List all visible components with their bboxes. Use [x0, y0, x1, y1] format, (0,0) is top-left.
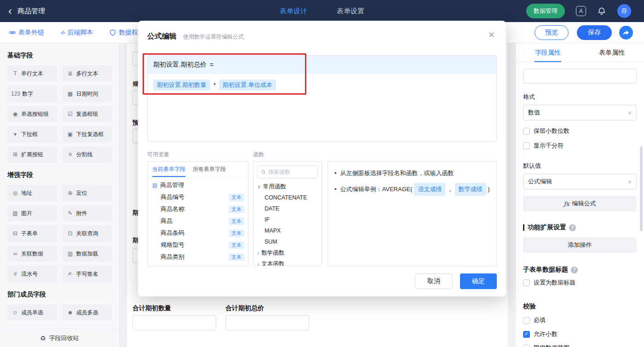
member-single-icon: ☺ — [11, 309, 19, 316]
example-separator: ， — [447, 186, 453, 193]
variable-row[interactable]: 商品文本 — [148, 215, 248, 227]
field-item-subform[interactable]: ⊟子表单 — [7, 225, 57, 242]
field-item-address[interactable]: ◎地址 — [7, 185, 57, 201]
variable-row[interactable]: 商品条码文本 — [148, 227, 248, 239]
tab-form-properties[interactable]: 表单属性 — [580, 43, 644, 62]
cancel-button[interactable]: 取消 — [415, 273, 453, 289]
field-item-image[interactable]: ▧图片 — [7, 205, 57, 222]
checkbox-keep-decimals[interactable]: 保留小数位数 — [523, 127, 637, 135]
field-title-input[interactable] — [523, 69, 637, 84]
variable-row[interactable]: 规格型号文本 — [148, 239, 248, 251]
field-recycle-bin[interactable]: ♻ 字段回收站 — [0, 329, 119, 347]
field-item-data-load[interactable]: ▥数据加载 — [63, 245, 112, 262]
function-item[interactable]: DATE — [253, 203, 322, 214]
checkbox-thousand-separator[interactable]: 显示千分符 — [523, 142, 637, 150]
field-item-linked-query[interactable]: ⊡关联查询 — [63, 225, 112, 242]
checkbox[interactable] — [523, 279, 530, 286]
checkbox[interactable] — [523, 128, 530, 135]
default-value-select[interactable]: 公式编辑 — [523, 174, 637, 189]
preview-button[interactable]: 预览 — [535, 25, 569, 40]
field-item-member-single[interactable]: ☺成员单选 — [7, 304, 57, 321]
field-item-label: 分割线 — [76, 151, 93, 159]
variable-row[interactable]: 商品编号文本 — [148, 191, 248, 203]
help-icon[interactable] — [569, 224, 576, 231]
add-action-button[interactable]: 添加操作 — [523, 237, 637, 253]
checkbox-checked[interactable] — [523, 331, 530, 338]
checkbox-label: 保留小数位数 — [534, 127, 569, 135]
checkbox-required[interactable]: 必填 — [523, 316, 637, 324]
bell-icon[interactable] — [597, 6, 606, 16]
field-item-member-multi[interactable]: ☻成员多选 — [63, 304, 112, 321]
field-item-attachment[interactable]: ✎附件 — [63, 205, 112, 222]
format-select[interactable]: 数值 — [523, 105, 637, 120]
function-group-common[interactable]: 常用函数 — [253, 181, 322, 192]
variable-row[interactable]: 商品名称文本 — [148, 203, 248, 215]
field-item-dropdown[interactable]: ▾下拉框 — [7, 126, 57, 142]
field-item-linked-data[interactable]: ∞关联数据 — [7, 245, 57, 262]
total-initial-price-input[interactable] — [225, 315, 309, 330]
tab-form-settings[interactable]: 表单设置 — [337, 7, 364, 16]
field-item-location[interactable]: ⊕定位 — [63, 185, 112, 201]
field-item-multi-line-text[interactable]: ≣多行文本 — [63, 65, 112, 82]
field-item-single-line-text[interactable]: T单行文本 — [7, 65, 57, 82]
share-button[interactable] — [619, 26, 633, 40]
properties-tabs: 字段属性 表单属性 — [516, 43, 644, 63]
variable-type-tag: 文本 — [229, 229, 244, 237]
field-item-number[interactable]: 123数字 — [7, 85, 57, 102]
signature-icon: ✍ — [66, 271, 75, 277]
field-item-label: 复选框组 — [76, 110, 98, 118]
checkbox[interactable] — [523, 317, 530, 324]
tab-field-properties[interactable]: 字段属性 — [516, 43, 580, 62]
field-item-dropdown-multi[interactable]: ▣下拉复选框 — [63, 126, 112, 142]
formula-editor[interactable]: 期初设置.期初总价 = 期初设置.期初数量 * 期初设置.单位成本 — [147, 55, 497, 142]
data-manage-button[interactable]: 数据管理 — [526, 4, 565, 18]
field-item-label: 成员多选 — [76, 309, 98, 317]
function-search-input[interactable] — [268, 169, 314, 175]
edit-formula-button[interactable]: ƒx 编辑公式 — [523, 196, 637, 211]
field-item-signature[interactable]: ✍手写签名 — [63, 266, 112, 282]
function-item[interactable]: CONCATENATE — [253, 192, 322, 203]
checkbox-limit-range[interactable]: 限定数值范围 — [523, 344, 637, 347]
function-group-text[interactable]: 文本函数 — [253, 258, 322, 266]
help-icon[interactable] — [571, 267, 578, 273]
avatar[interactable]: 存 — [617, 4, 631, 18]
bullet-icon — [334, 186, 340, 193]
back-icon[interactable]: ‹ — [8, 6, 12, 17]
enhanced-fields-grid: ◎地址 ⊕定位 ▧图片 ✎附件 ⊟子表单 ⊡关联查询 ∞关联数据 ▥数据加载 #… — [7, 185, 112, 282]
close-icon[interactable]: ✕ — [488, 30, 495, 40]
checkbox-set-data-title[interactable]: 设置为数据标题 — [523, 279, 637, 287]
language-icon[interactable]: A — [576, 6, 586, 16]
field-item-extend-button[interactable]: ⊞扩展按钮 — [7, 146, 57, 163]
tab-form-design[interactable]: 表单设计 — [280, 7, 307, 16]
checkbox-allow-decimals[interactable]: 允许小数 — [523, 330, 637, 338]
backend-script-label: 后端脚本 — [67, 28, 93, 37]
total-initial-qty-input[interactable] — [132, 315, 216, 330]
scrollbar-thumb[interactable] — [640, 146, 643, 231]
backend-script-link[interactable]: ‹/› 后端脚本 — [61, 28, 93, 37]
save-button[interactable]: 保存 — [577, 25, 612, 40]
formula-target-row: 期初设置.期初总价 = — [148, 56, 496, 74]
field-item-datetime[interactable]: ▦日期时间 — [63, 85, 112, 102]
function-item[interactable]: IF — [253, 214, 322, 225]
variable-name: 商品条码 — [161, 229, 184, 237]
field-item-checkbox-group[interactable]: ☑复选框组 — [63, 106, 112, 122]
tab-all-form-fields[interactable]: 所有表单字段 — [193, 162, 226, 177]
tab-current-form-fields[interactable]: 当前表单字段 — [152, 162, 185, 177]
functions-panel: 常用函数 CONCATENATE DATE IF MAPX SUM 数学函数 文… — [253, 161, 322, 266]
variable-row[interactable]: 商品类别文本 — [148, 251, 248, 263]
form-external-link[interactable]: 表单外链 — [9, 28, 44, 37]
variable-name: 商品名称 — [161, 205, 184, 213]
checkbox[interactable] — [523, 345, 530, 347]
field-item-radio-group[interactable]: ◉单选按钮组 — [7, 106, 57, 122]
function-group-math[interactable]: 数学函数 — [253, 247, 322, 258]
field-item-divider[interactable]: ≡分割线 — [63, 146, 112, 163]
form-root-node[interactable]: ▤ 商品管理 — [148, 177, 248, 191]
function-search[interactable] — [257, 165, 318, 178]
function-item[interactable]: SUM — [253, 236, 322, 247]
formula-operand-chip[interactable]: 期初设置.单位成本 — [219, 80, 276, 91]
ok-button[interactable]: 确定 — [460, 273, 497, 289]
function-item[interactable]: MAPX — [253, 225, 322, 236]
field-item-serial-number[interactable]: #流水号 — [7, 266, 57, 282]
checkbox[interactable] — [523, 142, 530, 149]
formula-operand-chip[interactable]: 期初设置.期初数量 — [153, 80, 210, 91]
